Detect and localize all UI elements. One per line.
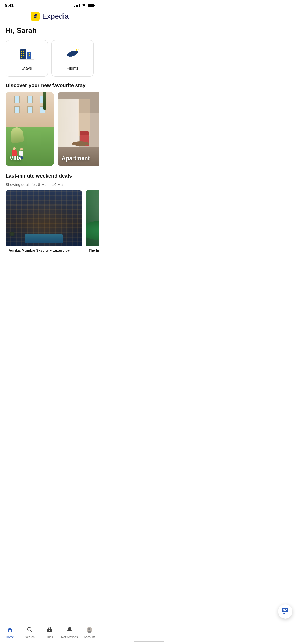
deals-subtitle: Showing deals for: 8 Mar – 10 Mar <box>0 182 99 190</box>
svg-rect-4 <box>21 53 22 54</box>
deals-cards-scroll: // We'll do this via CSS instead <box>0 190 99 260</box>
svg-rect-2 <box>23 51 24 52</box>
svg-rect-10 <box>28 53 28 54</box>
second-deal-name: The Imr... <box>86 246 99 254</box>
svg-rect-1 <box>21 51 22 52</box>
status-bar: 9:41 <box>0 0 99 10</box>
deals-section-title: Last-minute weekend deals <box>0 172 99 182</box>
signal-bars-icon <box>74 4 80 7</box>
flights-card[interactable]: Flights <box>51 40 94 77</box>
svg-rect-6 <box>21 55 22 56</box>
svg-point-18 <box>78 49 79 50</box>
aurika-deal-card[interactable]: // We'll do this via CSS instead <box>6 190 82 254</box>
discover-section-title: Discover your new favourite stay <box>0 82 99 92</box>
category-cards-container: Stays Flights <box>0 39 99 82</box>
battery-icon <box>88 4 94 7</box>
app-header: Expedia <box>0 10 99 24</box>
flights-label: Flights <box>66 66 78 71</box>
stays-label: Stays <box>22 66 32 71</box>
svg-rect-11 <box>29 53 30 54</box>
villa-label: Villa <box>10 155 21 162</box>
status-icons <box>74 4 94 8</box>
discover-cards-scroll: Villa <box>0 92 99 172</box>
app-name: Expedia <box>42 12 69 20</box>
flights-icon <box>65 46 80 63</box>
aurika-deal-name: Aurika, Mumbai Skycity – Luxury by... <box>6 246 82 254</box>
svg-rect-12 <box>28 55 28 56</box>
second-deal-card[interactable]: The Imr... <box>86 190 99 254</box>
apartment-label: Apartment <box>62 155 90 162</box>
greeting-text: Hi, Sarah <box>0 24 99 39</box>
apartment-card[interactable]: Apartment <box>58 92 99 166</box>
svg-rect-15 <box>20 59 34 60</box>
status-time: 9:41 <box>5 3 14 8</box>
svg-rect-5 <box>23 53 24 54</box>
svg-rect-7 <box>23 55 24 56</box>
stays-card[interactable]: Stays <box>6 40 48 77</box>
stays-icon <box>19 46 34 63</box>
svg-rect-14 <box>28 57 28 57</box>
expedia-logo-icon <box>31 12 40 21</box>
villa-card[interactable]: Villa <box>6 92 54 166</box>
svg-rect-3 <box>25 51 25 52</box>
wifi-icon <box>82 4 86 8</box>
svg-point-17 <box>76 49 77 51</box>
svg-rect-8 <box>21 57 22 58</box>
svg-rect-13 <box>29 55 30 56</box>
